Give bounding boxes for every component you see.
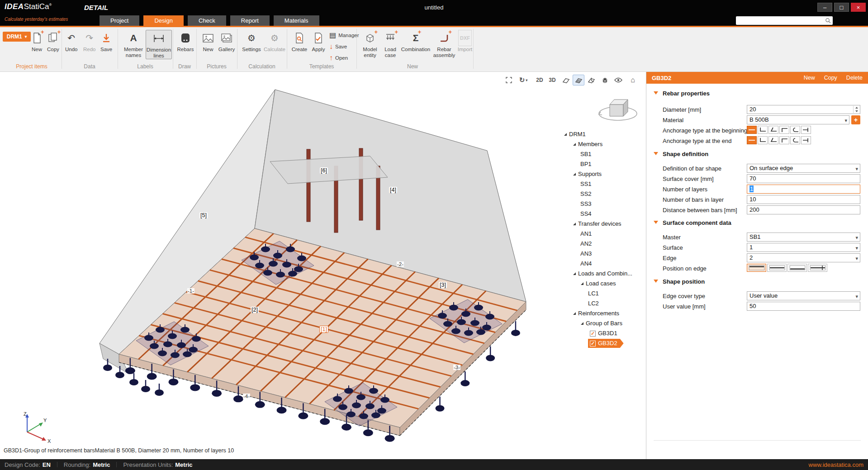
- search-box[interactable]: [736, 16, 833, 25]
- entity-label-6[interactable]: [6]: [320, 167, 328, 174]
- minimize-button[interactable]: –: [817, 3, 832, 12]
- anchorage-hook-down-icon[interactable]: [779, 136, 789, 144]
- website-link[interactable]: www.ideastatica.com: [809, 461, 863, 468]
- diameter-input[interactable]: 20: [747, 105, 860, 114]
- anchorage-hook-angle-icon[interactable]: [768, 136, 778, 144]
- settings-button[interactable]: ⚙ Settings: [241, 30, 262, 52]
- navigation-cube[interactable]: [596, 94, 640, 128]
- gallery-button[interactable]: Gallery: [217, 30, 236, 52]
- tree-item-gb3d1[interactable]: ✓GB3D1: [590, 329, 617, 338]
- dimension-lines-button[interactable]: Dimension lines: [146, 30, 172, 59]
- view-2d-button[interactable]: 2D: [534, 75, 545, 85]
- tree-item-ss1[interactable]: SS1: [580, 180, 592, 189]
- redo-button[interactable]: ↷ Redo: [83, 30, 96, 52]
- template-open-button[interactable]: ↑ Open: [329, 53, 348, 62]
- rebar-assembly-button[interactable]: + Rebar assembly: [432, 30, 456, 58]
- member-names-button[interactable]: A Member names: [123, 30, 144, 58]
- anchorage-hook-up-icon[interactable]: [758, 126, 768, 134]
- material-dropdown[interactable]: B 500B▾: [747, 115, 849, 124]
- surface-dropdown[interactable]: 1▾: [747, 243, 860, 252]
- gb3d1-checkbox[interactable]: ✓: [590, 331, 596, 337]
- panel-delete-button[interactable]: Delete: [846, 75, 863, 81]
- tree-item-drm1[interactable]: DRM1: [564, 130, 586, 139]
- bar-shape-definition-dropdown[interactable]: On surface edge▾: [747, 164, 860, 173]
- position-bottom-icon[interactable]: [787, 264, 807, 272]
- anchorage-straight-icon[interactable]: [747, 136, 757, 144]
- entity-label-4[interactable]: [4]: [389, 187, 397, 193]
- tab-check[interactable]: Check: [188, 15, 226, 26]
- rotate-view-button[interactable]: ↻▾: [516, 75, 531, 85]
- tab-design[interactable]: Design: [143, 15, 183, 26]
- section-surface-component-data[interactable]: Surface component data: [646, 218, 868, 228]
- tree-item-an1[interactable]: AN1: [580, 229, 592, 238]
- add-material-button[interactable]: +: [851, 115, 860, 124]
- view-3d-button[interactable]: 3D: [546, 75, 558, 85]
- tree-item-lc1[interactable]: LC1: [588, 289, 599, 298]
- tree-item-sb1[interactable]: SB1: [580, 150, 592, 159]
- new-picture-button[interactable]: New: [200, 30, 216, 52]
- create-template-button[interactable]: Create: [290, 30, 308, 52]
- tree-item-load-cases[interactable]: Load cases: [581, 279, 616, 288]
- tree-item-an3[interactable]: AN3: [580, 249, 592, 258]
- isometric-cube-button[interactable]: [599, 75, 611, 85]
- entity-label-3[interactable]: [3]: [439, 282, 447, 288]
- master-dropdown[interactable]: SB1▾: [747, 233, 860, 242]
- save-button[interactable]: Save: [100, 30, 112, 52]
- section-shape-definition[interactable]: Shape definition: [646, 150, 868, 160]
- view-plane-button[interactable]: [560, 75, 572, 85]
- tree-item-group-of-bars[interactable]: Group of Bars: [581, 319, 622, 328]
- edge-cover-type-dropdown[interactable]: User value▾: [747, 291, 860, 300]
- entity-label-1-selected[interactable]: [1]: [319, 326, 328, 333]
- tree-item-lc2[interactable]: LC2: [588, 299, 599, 308]
- project-item-selector[interactable]: DRM1▾: [3, 32, 31, 42]
- anchorage-loop-icon[interactable]: [790, 136, 800, 144]
- anchorage-hook-down-icon[interactable]: [779, 126, 789, 134]
- fullscreen-button[interactable]: [503, 75, 515, 85]
- anchorage-loop-icon[interactable]: [790, 126, 800, 134]
- apply-template-button[interactable]: Apply: [309, 30, 327, 52]
- view-axes-button[interactable]: [585, 75, 597, 85]
- anchorage-hook-up-icon[interactable]: [758, 136, 768, 144]
- model-entity-button[interactable]: + Model entity: [360, 30, 380, 58]
- template-save-button[interactable]: ↓ Save: [329, 42, 347, 51]
- maximize-button[interactable]: □: [834, 3, 849, 12]
- home-view-button[interactable]: ⌂: [627, 75, 639, 85]
- tree-item-gb3d2-selected[interactable]: ✓GB3D2: [588, 339, 624, 348]
- tree-item-members[interactable]: Members: [573, 140, 602, 149]
- position-middle-icon[interactable]: [767, 264, 787, 272]
- tree-item-supports[interactable]: Supports: [573, 170, 602, 179]
- visibility-eye-button[interactable]: [612, 75, 624, 85]
- surface-cover-input[interactable]: 70: [747, 174, 860, 183]
- section-rebar-properties[interactable]: Rebar properties: [646, 89, 868, 99]
- model-viewport[interactable]: ↻▾ 2D 3D ⌂ [6] [4] [5] [2] [1] [3] -1- -…: [0, 72, 646, 459]
- distance-between-bars-input[interactable]: 200: [747, 205, 860, 214]
- tab-report[interactable]: Report: [230, 15, 270, 26]
- number-of-layers-input[interactable]: 1: [747, 185, 860, 194]
- tree-item-ss2[interactable]: SS2: [580, 190, 592, 199]
- tab-project[interactable]: Project: [100, 15, 139, 26]
- panel-copy-button[interactable]: Copy: [824, 75, 837, 81]
- bars-in-layer-input[interactable]: 10: [747, 195, 860, 204]
- gb3d2-checkbox[interactable]: ✓: [590, 341, 596, 347]
- tree-item-transfer-devices[interactable]: Transfer devices: [573, 219, 621, 228]
- anchorage-head-plate-icon[interactable]: [801, 126, 811, 134]
- tree-item-reinforcements[interactable]: Reinforcements: [573, 309, 619, 318]
- tree-item-bp1[interactable]: BP1: [580, 160, 592, 169]
- scene-3d-model[interactable]: [0, 72, 646, 459]
- position-offset-icon[interactable]: [808, 264, 827, 272]
- user-value-input[interactable]: 50: [747, 302, 860, 311]
- tree-item-an2[interactable]: AN2: [580, 239, 592, 248]
- tree-item-an4[interactable]: AN4: [580, 259, 592, 268]
- rebars-button[interactable]: Rebars: [175, 30, 195, 52]
- tree-item-ss4[interactable]: SS4: [580, 209, 592, 218]
- entity-label-2[interactable]: [2]: [251, 307, 259, 313]
- entity-label-5[interactable]: [5]: [199, 212, 208, 218]
- combination-button[interactable]: Σ+ Combination: [401, 30, 431, 52]
- edge-dropdown[interactable]: 2▾: [747, 253, 860, 262]
- search-input[interactable]: [736, 17, 825, 24]
- tree-item-ss3[interactable]: SS3: [580, 199, 592, 209]
- anchorage-hook-angle-icon[interactable]: [768, 126, 778, 134]
- undo-button[interactable]: ↶ Undo: [65, 30, 78, 52]
- load-case-button[interactable]: + Load case: [382, 30, 399, 58]
- dxf-import-button[interactable]: DXF Import: [457, 30, 473, 52]
